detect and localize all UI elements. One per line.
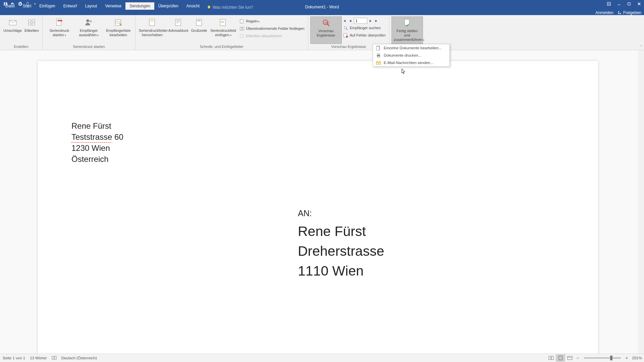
svg-point-18	[90, 20, 92, 22]
svg-rect-35	[240, 34, 244, 37]
next-record-button[interactable]	[368, 18, 373, 23]
recipient-address[interactable]: AN: Rene Fürst Dreherstrasse 1110 Wien	[298, 208, 384, 281]
collapse-ribbon-button[interactable]: ˄	[640, 45, 642, 49]
read-mode-button[interactable]	[546, 354, 556, 362]
svg-rect-16	[58, 20, 62, 21]
tab-insert[interactable]: Einfügen	[35, 2, 59, 10]
spellcheck-icon[interactable]	[52, 356, 57, 361]
minimize-button[interactable]	[614, 0, 624, 7]
last-record-button[interactable]	[374, 18, 379, 23]
tell-me-search[interactable]: Was möchten Sie tun?	[204, 5, 253, 10]
recipients-icon	[84, 17, 94, 28]
tab-file[interactable]: Datei	[1, 2, 19, 10]
tab-home[interactable]: Start	[19, 2, 35, 10]
tab-design[interactable]: Entwurf	[59, 2, 81, 10]
an-label: AN:	[298, 208, 384, 218]
zoom-thumb[interactable]	[610, 356, 612, 360]
maximize-button[interactable]	[624, 0, 634, 7]
language-indicator[interactable]: Deutsch (Österreich)	[61, 356, 97, 360]
finish-merge-button[interactable]: Fertig stellen und zusammenführen▾	[391, 16, 423, 44]
envelope-icon	[7, 17, 18, 28]
insert-merge-field-button[interactable]: Seriendruckfeld einfügen▾	[208, 16, 238, 44]
svg-rect-23	[150, 21, 154, 22]
svg-point-9	[618, 13, 619, 14]
prev-record-button[interactable]	[348, 18, 353, 23]
svg-rect-11	[29, 20, 31, 22]
svg-rect-53	[568, 356, 572, 360]
svg-rect-50	[549, 356, 551, 360]
first-record-button[interactable]	[342, 18, 347, 23]
window-title: Dokument1 - Word	[305, 5, 339, 9]
recipient-city: 1110 Wien	[298, 261, 384, 281]
word-count[interactable]: 13 Wörter	[30, 356, 47, 360]
recipient-name: Rene Fürst	[298, 222, 384, 241]
start-merge-button[interactable]: Seriendruck starten▾	[45, 16, 74, 44]
update-labels-button: Etiketten aktualisieren	[238, 33, 306, 39]
sender-street: Teststrasse 60	[71, 131, 123, 142]
tab-view[interactable]: Ansicht	[182, 2, 204, 10]
svg-rect-34	[242, 27, 244, 30]
print-icon	[376, 53, 381, 58]
share-button[interactable]: Freigeben	[618, 10, 641, 15]
status-bar: Seite 1 von 1 13 Wörter Deutsch (Österre…	[0, 354, 644, 362]
tab-layout[interactable]: Layout	[81, 2, 101, 10]
edit-individual-docs-item[interactable]: Einzelne Dokumente bearbeiten...	[373, 44, 449, 52]
ribbon-group-start-merge: Seriendruck starten▾ Empfänger auswählen…	[43, 15, 136, 50]
send-email-item[interactable]: E-Mail-Nachrichten senden...	[373, 59, 449, 66]
select-recipients-button[interactable]: Empfänger auswählen▾	[74, 16, 104, 44]
find-recipient-button[interactable]: Empfänger suchen	[342, 24, 387, 31]
recipient-street: Dreherstrasse	[298, 241, 384, 261]
svg-rect-32	[240, 19, 243, 23]
preview-results-button[interactable]: ABC Vorschau Ergebnisse	[310, 16, 342, 44]
page[interactable]: Rene Fürst Teststrasse 60 1230 Wien Öste…	[38, 61, 598, 354]
match-fields-button[interactable]: Übereinstimmende Felder festlegen	[238, 25, 306, 32]
envelopes-button[interactable]: Umschläge	[2, 16, 23, 44]
svg-rect-4	[628, 2, 630, 5]
record-number-input[interactable]	[354, 18, 367, 24]
ribbon-group-write-fields: Seriendruckfelder hervorheben Adressbloc…	[136, 15, 308, 50]
check-errors-button[interactable]: Auf Fehler überprüfen	[342, 32, 387, 39]
share-icon	[618, 11, 622, 15]
svg-rect-48	[377, 56, 379, 57]
page-indicator[interactable]: Seite 1 von 1	[3, 356, 25, 360]
zoom-level[interactable]: 201%	[630, 356, 642, 360]
edit-recipients-button[interactable]: Empfängerliste bearbeiten	[104, 16, 133, 44]
sender-address[interactable]: Rene Fürst Teststrasse 60 1230 Wien Öste…	[71, 120, 123, 165]
print-docs-item[interactable]: Dokumente drucken...	[373, 52, 449, 59]
svg-rect-51	[551, 356, 553, 360]
svg-line-40	[346, 28, 348, 30]
finish-merge-dropdown: Einzelne Dokumente bearbeiten... Dokumen…	[373, 44, 450, 67]
svg-point-8	[620, 13, 621, 14]
tab-mailings[interactable]: Sendungen	[125, 2, 154, 10]
greeting-line-button[interactable]: Grußzeile	[190, 16, 209, 44]
svg-point-42	[346, 36, 348, 38]
svg-rect-14	[32, 23, 35, 25]
zoom-out-button[interactable]: −	[575, 355, 581, 361]
rules-button[interactable]: Regeln▾	[238, 18, 306, 24]
labels-button[interactable]: Etiketten	[23, 16, 40, 44]
cursor-icon	[401, 68, 406, 76]
highlight-merge-fields-button[interactable]: Seriendruckfelder hervorheben	[138, 16, 167, 44]
zoom-in-button[interactable]: +	[624, 355, 630, 361]
record-navigation	[342, 18, 387, 24]
ribbon-display-options[interactable]	[604, 0, 614, 7]
labels-icon	[26, 17, 37, 28]
print-layout-button[interactable]	[556, 354, 565, 362]
tab-references[interactable]: Verweise	[101, 2, 125, 10]
highlight-icon	[147, 17, 158, 28]
tab-review[interactable]: Überprüfen	[154, 2, 182, 10]
errors-icon	[343, 33, 348, 38]
close-button[interactable]	[634, 0, 644, 7]
finish-icon	[402, 17, 413, 28]
address-block-button[interactable]: Adressblock	[167, 16, 190, 44]
find-icon	[343, 25, 348, 31]
svg-point-7	[618, 11, 619, 12]
vertical-scrollbar[interactable]	[638, 50, 644, 354]
web-layout-button[interactable]	[565, 354, 575, 362]
email-icon	[376, 60, 381, 65]
lightbulb-icon	[207, 5, 211, 9]
zoom-slider[interactable]	[584, 357, 621, 359]
svg-rect-24	[175, 19, 181, 25]
svg-rect-22	[149, 19, 155, 25]
signin-link[interactable]: Anmelden	[595, 10, 613, 15]
